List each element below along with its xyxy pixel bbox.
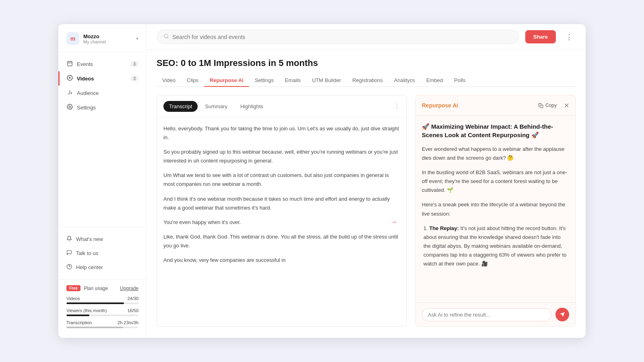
plan-header: Free Plan usage Upgrade <box>66 285 138 291</box>
plan-usage-label: Plan usage <box>84 286 117 291</box>
sidebar-item-settings[interactable]: Settings <box>58 100 147 115</box>
transcript-header: Transcript Summary Highlights ⋮ <box>157 95 407 118</box>
transcription-progress-bar <box>66 327 138 328</box>
gear-icon <box>66 104 73 111</box>
tab-repurpose-ai[interactable]: Repurpose Ai <box>204 74 249 86</box>
tab-settings[interactable]: Settings <box>249 74 279 86</box>
page-body: SEO: 0 to 1M Impressions in 5 months Vid… <box>147 50 586 338</box>
content-grid: Transcript Summary Highlights ⋮ Hello, e… <box>157 95 576 327</box>
logo-name: Mozzo <box>83 33 132 39</box>
ai-content-para-2: Here's a sneak peek into the lifecycle o… <box>422 200 569 218</box>
tab-video[interactable]: Video <box>157 74 181 86</box>
ai-panel-header: Repurpose Ai Copy ✕ <box>415 95 576 116</box>
tab-highlights[interactable]: Highlights <box>235 101 269 112</box>
sidebar-item-whats-new[interactable]: What's new <box>58 232 147 246</box>
whats-new-label: What's new <box>76 236 103 242</box>
ai-panel-close-button[interactable]: ✕ <box>564 102 569 109</box>
sidebar-item-events[interactable]: Events 3 <box>58 57 147 71</box>
copy-label: Copy <box>545 103 557 108</box>
tab-analitycs[interactable]: Analitycs <box>388 74 421 86</box>
ai-send-button[interactable] <box>555 308 569 321</box>
bar-chart-icon <box>66 89 73 97</box>
sidebar-item-videos[interactable]: Videos 3 <box>58 71 147 86</box>
search-bar[interactable] <box>157 30 519 44</box>
transcription-progress-fill <box>66 327 123 328</box>
chevron-down-icon[interactable]: ▾ <box>136 36 138 41</box>
ai-list-item-0-text: It's not just about hitting the record b… <box>423 225 567 267</box>
app-window: m Mozzo My channel ▾ Events 3 Videos <box>58 24 586 338</box>
ai-panel-title: Repurpose Ai <box>422 102 535 109</box>
help-icon <box>66 264 72 271</box>
upgrade-link[interactable]: Upgrade <box>120 286 138 291</box>
share-button[interactable]: Share <box>525 30 556 43</box>
videos-progress-fill <box>66 302 124 304</box>
search-icon <box>163 33 169 40</box>
page-title: SEO: 0 to 1M Impressions in 5 months <box>157 58 576 68</box>
svg-rect-14 <box>540 105 543 107</box>
ai-panel-footer <box>415 302 576 326</box>
tab-emails[interactable]: Emails <box>279 74 306 86</box>
viewers-progress-fill <box>66 315 89 316</box>
tab-embed[interactable]: Embed <box>421 74 448 86</box>
free-badge: Free <box>66 285 80 291</box>
main-content: Share ⋮ SEO: 0 to 1M Impressions in 5 mo… <box>147 24 586 338</box>
viewers-usage-label: Viewers (this month) <box>66 308 107 313</box>
tab-utm-builder[interactable]: UTM Builder <box>306 74 347 86</box>
sidebar-item-audience[interactable]: Audience <box>58 86 147 100</box>
copy-icon <box>538 103 543 108</box>
sidebar-item-help-center[interactable]: Help center <box>58 260 147 274</box>
viewers-progress-bar <box>66 315 138 316</box>
tab-polls[interactable]: Polls <box>448 74 471 86</box>
svg-marker-5 <box>69 77 71 79</box>
sidebar: m Mozzo My channel ▾ Events 3 Videos <box>58 24 147 338</box>
play-circle-icon <box>66 75 73 82</box>
ai-list-item-0-title: The Replay: <box>429 225 459 231</box>
events-badge: 3 <box>130 61 138 67</box>
repurpose-ai-panel: Repurpose Ai Copy ✕ 🚀 Maximizing Webinar… <box>415 95 576 327</box>
transcript-para-1: So you probably signed up to this webina… <box>163 148 400 165</box>
viewers-usage-value: 16/50 <box>127 308 138 313</box>
bell-icon <box>66 236 72 243</box>
chat-icon <box>66 250 72 257</box>
transcription-usage-value: 2h 23m/3h <box>118 320 138 325</box>
tab-transcript[interactable]: Transcript <box>163 101 198 112</box>
sidebar-item-settings-label: Settings <box>77 105 138 111</box>
transcript-para-0: Hello, everybody. Thank you for taking t… <box>163 124 400 142</box>
videos-usage-value: 24/30 <box>127 296 138 301</box>
transcript-text: Hello, everybody. Thank you for taking t… <box>163 124 400 265</box>
videos-progress-bar <box>66 302 138 304</box>
sidebar-item-events-label: Events <box>77 61 126 67</box>
transcription-usage-label: Transcription <box>66 320 92 325</box>
transcript-para-4: You're even happy when it's over. <box>163 218 400 227</box>
logo-avatar: m <box>66 32 79 45</box>
logo-text: Mozzo My channel <box>83 33 132 44</box>
svg-point-12 <box>164 34 168 38</box>
help-center-label: Help center <box>76 264 103 270</box>
ai-content-para-0: Ever wondered what happens to a webinar … <box>422 145 569 162</box>
ai-content-title: 🚀 Maximizing Webinar Impact: A Behind-th… <box>422 122 569 139</box>
transcript-para-2: Um What we tend to see with a lot of con… <box>163 171 400 189</box>
tab-summary[interactable]: Summary <box>199 101 233 112</box>
search-input[interactable] <box>172 34 512 40</box>
logo-channel: My channel <box>83 39 132 44</box>
ai-list-item-0: 1. The Replay: It's not just about hitti… <box>423 224 569 268</box>
next-arrow-button[interactable]: → <box>387 216 400 228</box>
transcript-body: Hello, everybody. Thank you for taking t… <box>157 118 407 326</box>
svg-point-9 <box>69 106 70 108</box>
sidebar-logo[interactable]: m Mozzo My channel ▾ <box>58 24 147 52</box>
tab-registrations[interactable]: Registrations <box>347 74 388 86</box>
transcription-usage-row: Transcription 2h 23m/3h <box>66 320 138 328</box>
sidebar-nav: Events 3 Videos 3 Audience <box>58 52 147 227</box>
transcript-tabs: Transcript Summary Highlights <box>163 101 269 112</box>
more-options-button[interactable]: ⋮ <box>562 31 576 43</box>
copy-button[interactable]: Copy <box>535 101 560 110</box>
ai-content-para-1: In the bustling world of B2B SaaS, webin… <box>422 168 569 195</box>
transcript-more-icon[interactable]: ⋮ <box>394 103 400 110</box>
svg-marker-16 <box>560 312 565 317</box>
sidebar-item-talk-to-us[interactable]: Talk to us <box>58 246 147 260</box>
transcript-para-5: Like, thank God, thank God. This webinar… <box>163 232 400 250</box>
videos-usage-row: Videos 24/30 <box>66 296 138 304</box>
ai-refine-input[interactable] <box>422 308 551 321</box>
tab-clips[interactable]: Clips <box>181 74 204 86</box>
sidebar-item-audience-label: Audience <box>77 90 138 96</box>
